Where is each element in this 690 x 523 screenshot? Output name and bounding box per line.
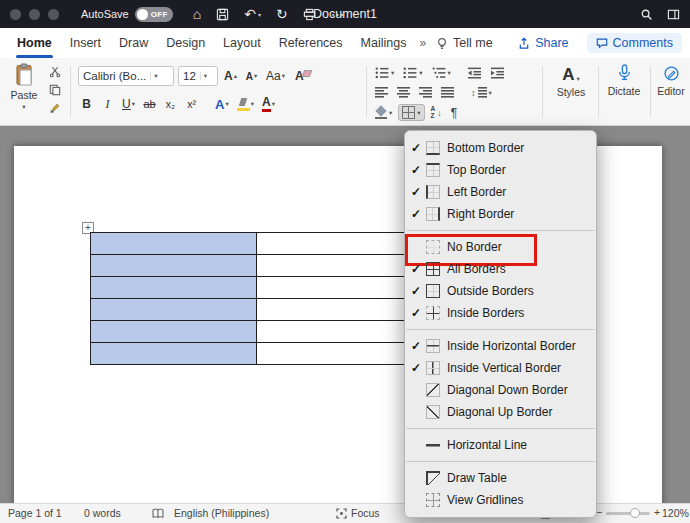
autosave-toggle[interactable]: OFF (135, 7, 173, 22)
zoom-level[interactable]: 120% (662, 507, 689, 519)
zoom-slider-knob[interactable] (630, 508, 640, 518)
menu-item-inside-borders[interactable]: ✓ Inside Borders (405, 302, 596, 324)
line-spacing-button[interactable]: ↕ ▾ (468, 86, 495, 99)
dictate-button[interactable]: Dictate (602, 64, 646, 97)
numbering-button[interactable]: ▾ (400, 66, 425, 80)
superscript-button[interactable]: x² (183, 95, 200, 114)
tell-me-button[interactable]: Tell me (436, 36, 493, 50)
editor-button[interactable]: Editor (654, 65, 688, 97)
highlight-button[interactable]: ▾ (235, 95, 256, 114)
show-paragraph-marks-button[interactable]: ¶ (448, 105, 460, 121)
focus-button[interactable]: Focus (336, 507, 380, 519)
tab-home[interactable]: Home (8, 28, 61, 58)
copy-icon[interactable] (49, 84, 61, 96)
align-left-button[interactable] (372, 86, 391, 99)
menu-item-outside-borders[interactable]: ✓ Outside Borders (405, 280, 596, 302)
strikethrough-button[interactable]: ab (141, 95, 158, 114)
numbering-icon (403, 67, 417, 79)
align-right-button[interactable] (416, 86, 435, 99)
menu-item-diagonal-up-border[interactable]: Diagonal Up Border (405, 401, 596, 423)
table-cell[interactable] (91, 233, 257, 255)
tab-insert[interactable]: Insert (61, 28, 110, 58)
table-cell[interactable] (91, 255, 257, 277)
tab-layout[interactable]: Layout (214, 28, 270, 58)
page-indicator[interactable]: Page 1 of 1 (8, 507, 62, 519)
word-count[interactable]: 0 words (84, 507, 121, 519)
language-indicator[interactable]: English (Philippines) (174, 507, 269, 519)
tab-mailings[interactable]: Mailings (352, 28, 416, 58)
menu-item-diagonal-down-border[interactable]: Diagonal Down Border (405, 379, 596, 401)
italic-button[interactable]: I (99, 95, 116, 114)
comments-button[interactable]: Comments (587, 33, 682, 53)
undo-button[interactable]: ↶ ▾ (244, 7, 261, 21)
minimize-button[interactable] (29, 9, 40, 20)
table-cell[interactable] (257, 321, 422, 343)
tab-overflow-chevron[interactable]: » (419, 36, 426, 50)
table-cell[interactable] (257, 343, 422, 365)
bullets-button[interactable]: ▾ (372, 66, 397, 80)
styles-button[interactable]: A ▾ Styles (550, 66, 592, 98)
close-button[interactable] (10, 9, 21, 20)
menu-item-inside-horizontal-border[interactable]: ✓ Inside Horizontal Border (405, 335, 596, 357)
menu-item-no-border[interactable]: No Border (405, 236, 596, 258)
multilevel-list-button[interactable]: ▾ (429, 66, 454, 80)
more-commands-icon[interactable]: ⋯ (331, 7, 345, 21)
font-name-combobox[interactable]: Calibri (Bo... ▾ (78, 66, 174, 86)
menu-item-draw-table[interactable]: Draw Table (405, 467, 596, 489)
justify-icon (441, 87, 454, 98)
menu-item-inside-vertical-border[interactable]: ✓ Inside Vertical Border (405, 357, 596, 379)
menu-item-left-border[interactable]: ✓ Left Border (405, 181, 596, 203)
table-cell[interactable] (257, 233, 422, 255)
table-cell[interactable] (91, 321, 257, 343)
save-icon[interactable] (216, 8, 229, 21)
menu-item-right-border[interactable]: ✓ Right Border (405, 203, 596, 225)
justify-button[interactable] (438, 86, 457, 99)
borders-button[interactable]: ▾ (398, 104, 424, 121)
bold-button[interactable]: B (78, 95, 95, 114)
proofing-icon[interactable] (152, 508, 164, 519)
menu-item-view-gridlines[interactable]: View Gridlines (405, 489, 596, 511)
ribbon-tab-bar: Home Insert Draw Design Layout Reference… (0, 28, 690, 58)
clear-formatting-button[interactable]: A (291, 67, 308, 86)
zoom-in-button[interactable]: + (654, 506, 660, 518)
align-center-button[interactable] (394, 86, 413, 99)
checkmark-icon: ✓ (411, 207, 426, 221)
underline-button[interactable]: U▾ (120, 95, 137, 114)
tab-references[interactable]: References (270, 28, 352, 58)
table-cell[interactable] (257, 277, 422, 299)
decrease-indent-button[interactable] (465, 66, 485, 80)
search-icon[interactable] (640, 8, 653, 21)
font-color-button[interactable]: A▾ (260, 95, 277, 114)
change-case-button[interactable]: Aa▾ (264, 67, 287, 86)
menu-item-all-borders[interactable]: ✓ All Borders (405, 258, 596, 280)
menu-item-label: Inside Horizontal Border (447, 339, 576, 353)
print-icon[interactable] (303, 8, 316, 21)
menu-item-bottom-border[interactable]: ✓ Bottom Border (405, 137, 596, 159)
grow-font-button[interactable]: A▴ (222, 67, 239, 86)
zoom-slider[interactable] (606, 512, 650, 515)
subscript-button[interactable]: x₂ (162, 95, 179, 114)
shrink-font-button[interactable]: A▾ (243, 67, 260, 86)
tab-design[interactable]: Design (157, 28, 214, 58)
increase-indent-button[interactable] (488, 66, 508, 80)
tab-draw[interactable]: Draw (110, 28, 157, 58)
redo-icon[interactable]: ↻ (276, 7, 288, 21)
share-button[interactable]: Share (510, 33, 576, 53)
table-cell[interactable] (257, 255, 422, 277)
format-painter-icon[interactable] (49, 102, 61, 114)
sidebar-icon[interactable] (667, 8, 680, 21)
table-cell[interactable] (257, 299, 422, 321)
paste-button[interactable]: Paste ▾ (6, 63, 42, 114)
cut-icon[interactable] (49, 66, 61, 78)
shading-button[interactable]: ▾ (372, 106, 395, 120)
sort-button[interactable]: AZ ↓ (428, 105, 445, 120)
maximize-button[interactable] (48, 9, 59, 20)
table-cell[interactable] (91, 299, 257, 321)
home-icon[interactable]: ⌂ (193, 7, 201, 21)
menu-item-top-border[interactable]: ✓ Top Border (405, 159, 596, 181)
table-cell[interactable] (91, 343, 257, 365)
text-effects-button[interactable]: A▾ (213, 95, 231, 114)
table-cell[interactable] (91, 277, 257, 299)
menu-item-horizontal-line[interactable]: Horizontal Line (405, 434, 596, 456)
font-size-combobox[interactable]: 12 ▾ (178, 66, 218, 86)
